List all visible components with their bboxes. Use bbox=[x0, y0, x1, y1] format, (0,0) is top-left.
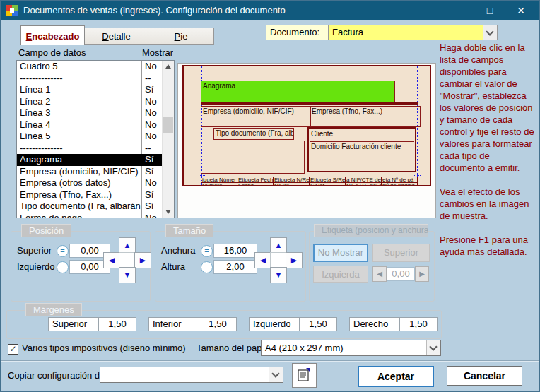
tab-detalle[interactable]: Detalle bbox=[83, 28, 149, 45]
size-anchura-field[interactable]: 16,00 bbox=[213, 244, 257, 258]
move-left-button[interactable]: ◀ bbox=[103, 252, 120, 268]
column-header-campo: Campo de datos bbox=[18, 47, 86, 58]
paper-dropdown-button[interactable] bbox=[426, 340, 440, 355]
multi-tax-label: Varios tipos impositivos (diseño mínimo) bbox=[22, 343, 186, 353]
list-item[interactable]: Empresa (otros datos)No bbox=[17, 177, 174, 189]
resize-left-button[interactable]: ◀ bbox=[254, 252, 271, 268]
dialog-window: Documentos de ventas (ingresos). Configu… bbox=[0, 0, 540, 392]
chevron-down-icon bbox=[429, 343, 437, 350]
scroll-up-icon bbox=[165, 64, 171, 69]
margin-derecho-field[interactable]: 1,50 bbox=[399, 317, 438, 331]
maximize-icon[interactable]: □ bbox=[474, 1, 505, 20]
chevron-down-icon bbox=[486, 28, 493, 35]
copy-dropdown-button[interactable] bbox=[269, 367, 283, 382]
tab-encabezado[interactable]: Encabezado bbox=[20, 25, 85, 45]
documento-label: Documento: bbox=[266, 25, 332, 40]
list-item[interactable]: Empresa (Tfno, Fax...)Sí bbox=[17, 189, 174, 201]
documento-combobox[interactable]: Factura bbox=[328, 25, 498, 40]
margins-group: Márgenes Superior 1,50 Inferior 1,50 Izq… bbox=[6, 310, 442, 339]
equals-button[interactable]: = bbox=[57, 245, 69, 257]
preview-tipo-documento-box: Tipo documento (Fra, albarán.. bbox=[213, 128, 294, 140]
resize-right-button[interactable]: ▶ bbox=[286, 252, 303, 268]
margin-guide-bottom-right bbox=[414, 175, 421, 176]
copy-config-label: Copiar configuración de: bbox=[8, 370, 107, 381]
paper-size-value: A4 (210 x 297 mm) bbox=[265, 343, 344, 353]
label-offset-right-button[interactable]: ▶ bbox=[415, 266, 429, 282]
superior-label: Superior bbox=[17, 244, 52, 258]
altura-label: Altura bbox=[161, 260, 185, 274]
list-item[interactable]: Línea 1Sí bbox=[17, 84, 174, 96]
move-up-button[interactable]: ▲ bbox=[119, 237, 136, 254]
position-group: Posición Superior = 0,00 Izquierdo = 0,0… bbox=[11, 231, 151, 302]
copy-config-combobox[interactable] bbox=[100, 367, 283, 383]
copy-config-value bbox=[100, 369, 104, 380]
list-item-selected[interactable]: AnagramaSí bbox=[17, 154, 174, 166]
move-center-box bbox=[119, 252, 136, 268]
list-item[interactable]: Tipo documento (Fra, albarán...)Sí bbox=[17, 201, 174, 213]
label-superior-button[interactable]: Superior bbox=[372, 244, 430, 262]
resize-down-button[interactable]: ▼ bbox=[270, 267, 287, 283]
list-item[interactable]: Línea 2No bbox=[17, 96, 174, 108]
document-preview: Anagrama Empresa (domicilio, NIF/CIF) Em… bbox=[182, 65, 431, 186]
chevron-down-icon bbox=[271, 369, 279, 377]
margin-superior-field[interactable]: 1,50 bbox=[98, 317, 136, 331]
accept-button[interactable]: Aceptar bbox=[358, 366, 434, 387]
margin-derecho-label: Derecho bbox=[349, 317, 404, 331]
label-offset-field[interactable]: 0,00 bbox=[387, 267, 415, 281]
list-item[interactable]: Cuadro 5No bbox=[17, 61, 174, 73]
scroll-up-button[interactable] bbox=[163, 61, 174, 72]
equals-button[interactable]: = bbox=[201, 245, 213, 257]
copy-document-button[interactable] bbox=[292, 363, 317, 388]
minimize-icon[interactable]: — bbox=[443, 1, 474, 20]
list-item[interactable]: Forma de pagoNo bbox=[17, 213, 174, 219]
cancel-button[interactable]: Cancelar bbox=[447, 366, 522, 386]
size-group-title: Tamaño bbox=[165, 224, 213, 237]
list-item[interactable]: Línea 3No bbox=[17, 107, 174, 119]
margin-inferior-label: Inferior bbox=[148, 317, 203, 331]
help-paragraph: Haga doble clic en la lista de campos di… bbox=[440, 42, 537, 174]
no-mostrar-button[interactable]: No Mostrar bbox=[313, 244, 368, 262]
anchura-label: Anchura bbox=[161, 244, 195, 258]
size-group: Tamaño Anchura = 16,00 Altura = 2,00 ▲ ◀… bbox=[155, 231, 306, 302]
preview-panel: Anagrama Empresa (domicilio, NIF/CIF) Em… bbox=[177, 63, 436, 218]
multi-tax-checkbox[interactable]: ✓ bbox=[8, 344, 18, 355]
equals-button[interactable]: = bbox=[201, 261, 213, 273]
list-item[interactable]: Empresa (domicilio, NIF/CIF)Sí bbox=[17, 166, 174, 178]
help-text: Haga doble clic en la lista de campos di… bbox=[440, 42, 537, 270]
move-right-button[interactable]: ▶ bbox=[134, 252, 151, 268]
window-title: Documentos de ventas (ingresos). Configu… bbox=[23, 5, 286, 16]
move-down-button[interactable]: ▼ bbox=[119, 267, 136, 283]
preview-domicilio-cliente-label: Domicilio Facturación cliente bbox=[310, 142, 414, 169]
preview-empty-box bbox=[201, 141, 305, 174]
equals-button[interactable]: = bbox=[57, 261, 69, 273]
margin-guide-top-left bbox=[184, 81, 201, 81]
field-list: Cuadro 5No ---------------- Línea 1Sí Lí… bbox=[16, 60, 175, 218]
margin-guide-top-right bbox=[392, 81, 430, 81]
list-item[interactable]: ---------------- bbox=[17, 143, 174, 155]
scroll-down-button[interactable] bbox=[163, 206, 174, 218]
position-group-title: Posición bbox=[21, 224, 71, 237]
size-altura-field[interactable]: 2,00 bbox=[213, 260, 257, 274]
list-item[interactable]: Línea 4No bbox=[17, 119, 174, 131]
preview-cliente-label: Cliente bbox=[310, 129, 414, 142]
scroll-thumb[interactable] bbox=[163, 117, 173, 133]
close-icon[interactable]: ✕ bbox=[505, 1, 536, 20]
list-scrollbar[interactable] bbox=[162, 61, 174, 218]
margins-group-title: Márgenes bbox=[25, 303, 82, 316]
resize-center-box bbox=[270, 252, 287, 268]
margin-inferior-field[interactable]: 1,50 bbox=[199, 317, 237, 331]
label-group: Etiqueta (posicion y anchura) No Mostrar… bbox=[309, 231, 435, 302]
resize-up-button[interactable]: ▲ bbox=[270, 237, 287, 254]
margin-superior-label: Superior bbox=[48, 317, 102, 331]
documento-dropdown-button[interactable] bbox=[483, 25, 497, 40]
footer-separator bbox=[1, 360, 539, 361]
label-izquierda-button[interactable]: Izquierda bbox=[313, 266, 368, 283]
tab-pie[interactable]: Pie bbox=[148, 28, 214, 45]
list-item[interactable]: ---------------- bbox=[17, 73, 174, 85]
label-offset-left-button[interactable]: ◀ bbox=[372, 266, 387, 282]
izquierdo-label: Izquierdo bbox=[17, 260, 54, 274]
margin-izquierdo-field[interactable]: 1,50 bbox=[299, 317, 337, 331]
help-paragraph: Vea el efecto de los cambios en la image… bbox=[440, 186, 537, 222]
paper-size-combobox[interactable]: A4 (210 x 297 mm) bbox=[261, 340, 441, 356]
list-item[interactable]: Línea 5No bbox=[17, 131, 174, 143]
